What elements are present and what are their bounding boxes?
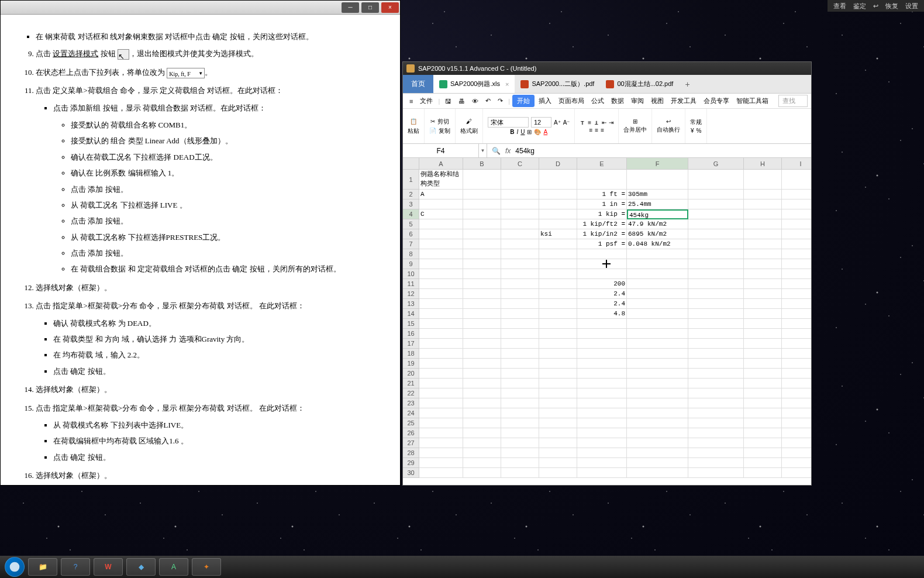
cell-C3[interactable] xyxy=(501,199,539,209)
cell-E19[interactable] xyxy=(577,359,627,369)
cell-B26[interactable] xyxy=(463,428,501,438)
bold-button[interactable]: B xyxy=(510,129,514,135)
menu-smarttools[interactable]: 智能工具箱 xyxy=(733,95,771,107)
toolbar-view[interactable]: 查看 xyxy=(833,2,846,11)
cell-B8[interactable] xyxy=(463,249,501,259)
cell-G22[interactable] xyxy=(688,388,744,398)
row-header-20[interactable]: 20 xyxy=(403,369,419,379)
cell-F15[interactable] xyxy=(627,319,688,329)
cell-I7[interactable] xyxy=(782,239,811,249)
select-all-corner[interactable] xyxy=(403,158,419,170)
cell-G15[interactable] xyxy=(688,319,744,329)
cell-H26[interactable] xyxy=(744,428,782,438)
cell-E14[interactable]: 4.8 xyxy=(577,309,627,319)
cell-E10[interactable] xyxy=(577,269,627,279)
cell-C10[interactable] xyxy=(501,269,539,279)
row-header-19[interactable]: 19 xyxy=(403,359,419,369)
cell-B29[interactable] xyxy=(463,458,501,468)
cell-G12[interactable] xyxy=(688,289,744,299)
cell-E21[interactable] xyxy=(577,379,627,388)
row-header-28[interactable]: 28 xyxy=(403,448,419,458)
cell-ref-dropdown-icon[interactable]: ▼ xyxy=(479,144,487,157)
cell-I14[interactable] xyxy=(782,309,811,319)
cell-A16[interactable] xyxy=(419,329,463,339)
cell-C13[interactable] xyxy=(501,299,539,309)
cell-F5[interactable]: 47.9 kN/m2 xyxy=(627,219,688,229)
cell-B1[interactable] xyxy=(463,170,501,190)
cell-H4[interactable] xyxy=(744,209,782,219)
align-bottom-icon[interactable]: ⫫ xyxy=(594,119,599,126)
cell-F17[interactable] xyxy=(627,339,688,349)
cell-E20[interactable] xyxy=(577,369,627,379)
cell-C1[interactable] xyxy=(501,170,539,190)
cell-E6[interactable]: 1 kip/in2 = xyxy=(577,229,627,239)
row-header-3[interactable]: 3 xyxy=(403,199,419,209)
cell-H5[interactable] xyxy=(744,219,782,229)
menu-insert[interactable]: 插入 xyxy=(536,95,554,107)
row-header-9[interactable]: 9 xyxy=(403,259,419,269)
row-header-11[interactable]: 11 xyxy=(403,279,419,289)
row-header-29[interactable]: 29 xyxy=(403,458,419,468)
cell-D27[interactable] xyxy=(539,438,577,448)
cell-G17[interactable] xyxy=(688,339,744,349)
col-header-D[interactable]: D xyxy=(539,158,577,170)
toolbar-undo-icon[interactable]: ↩ xyxy=(873,2,878,10)
cell-E25[interactable] xyxy=(577,418,627,428)
row-header-1[interactable]: 1 xyxy=(403,170,419,190)
cell-D8[interactable] xyxy=(539,249,577,259)
cell-G23[interactable] xyxy=(688,398,744,408)
cell-I11[interactable] xyxy=(782,279,811,289)
row-header-8[interactable]: 8 xyxy=(403,249,419,259)
minimize-button[interactable]: ─ xyxy=(342,2,359,13)
cell-B3[interactable] xyxy=(463,199,501,209)
cell-G2[interactable] xyxy=(688,190,744,199)
menu-devtools[interactable]: 开发工具 xyxy=(668,95,699,107)
cell-E1[interactable] xyxy=(577,170,627,190)
cell-G11[interactable] xyxy=(688,279,744,289)
cell-H22[interactable] xyxy=(744,388,782,398)
cell-B16[interactable] xyxy=(463,329,501,339)
row-header-6[interactable]: 6 xyxy=(403,229,419,239)
cell-H21[interactable] xyxy=(744,379,782,388)
cell-D25[interactable] xyxy=(539,418,577,428)
cell-A15[interactable] xyxy=(419,319,463,329)
fx-icon[interactable]: fx xyxy=(505,147,511,155)
cell-F9[interactable] xyxy=(627,259,688,269)
cell-A24[interactable] xyxy=(419,408,463,418)
cell-C17[interactable] xyxy=(501,339,539,349)
zoom-icon[interactable]: 🔍 xyxy=(492,147,501,155)
formula-input[interactable]: 454kg xyxy=(515,147,535,155)
cell-I6[interactable] xyxy=(782,229,811,239)
cell-H24[interactable] xyxy=(744,408,782,418)
taskbar-help[interactable]: ? xyxy=(61,558,90,576)
cell-F28[interactable] xyxy=(627,448,688,458)
row-header-17[interactable]: 17 xyxy=(403,339,419,349)
cell-G19[interactable] xyxy=(688,359,744,369)
cell-D6[interactable]: ksi xyxy=(539,229,577,239)
cell-C18[interactable] xyxy=(501,349,539,359)
cell-H13[interactable] xyxy=(744,299,782,309)
col-header-B[interactable]: B xyxy=(463,158,501,170)
cell-G24[interactable] xyxy=(688,408,744,418)
row-header-5[interactable]: 5 xyxy=(403,219,419,229)
cell-H2[interactable] xyxy=(744,190,782,199)
cell-E24[interactable] xyxy=(577,408,627,418)
cell-I24[interactable] xyxy=(782,408,811,418)
cell-D20[interactable] xyxy=(539,369,577,379)
cell-B2[interactable] xyxy=(463,190,501,199)
cell-H7[interactable] xyxy=(744,239,782,249)
cell-H6[interactable] xyxy=(744,229,782,239)
border-button[interactable]: ⊞ xyxy=(527,129,532,135)
cell-H12[interactable] xyxy=(744,289,782,299)
cell-B17[interactable] xyxy=(463,339,501,349)
cell-B21[interactable] xyxy=(463,379,501,388)
maximize-button[interactable]: □ xyxy=(361,2,379,13)
qat-preview-icon[interactable]: 👁 xyxy=(469,96,481,106)
align-right-icon[interactable]: ≡ xyxy=(601,127,604,133)
cell-B27[interactable] xyxy=(463,438,501,448)
cell-C16[interactable] xyxy=(501,329,539,339)
qat-redo-icon[interactable]: ↷ xyxy=(495,95,506,106)
cell-E17[interactable] xyxy=(577,339,627,349)
cell-I29[interactable] xyxy=(782,458,811,468)
cell-H11[interactable] xyxy=(744,279,782,289)
